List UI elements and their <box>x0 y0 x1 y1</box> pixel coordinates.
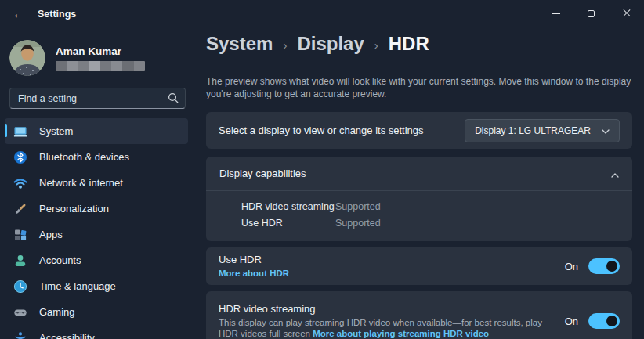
search-box <box>9 88 186 109</box>
minimize-icon <box>552 13 560 13</box>
maximize-icon <box>588 10 595 17</box>
sidebar-item-label: Apps <box>39 229 63 240</box>
sidebar-item-gaming[interactable]: Gaming <box>5 299 188 325</box>
close-icon <box>622 9 631 18</box>
apps-icon <box>13 228 27 242</box>
sidebar-item-label: System <box>39 125 73 137</box>
hdr-streaming-text: HDR video streaming This display can pla… <box>219 303 565 339</box>
sidebar-item-label: Accessibility <box>39 332 95 339</box>
time-language-icon <box>13 279 27 294</box>
sidebar-item-label: Gaming <box>39 306 75 318</box>
sidebar-item-accounts[interactable]: Accounts <box>5 247 188 273</box>
network-icon <box>13 176 27 190</box>
sidebar-item-personalization[interactable]: Personalization <box>5 196 188 222</box>
gaming-icon <box>13 305 27 319</box>
redacted-email <box>56 61 145 71</box>
breadcrumb: System › Display › HDR <box>206 33 429 55</box>
sidebar-item-time-language[interactable]: Time & language <box>5 273 188 299</box>
hdr-streaming-title: HDR video streaming <box>219 303 549 315</box>
display-selector-card: Select a display to view or change its s… <box>206 112 632 149</box>
toggle-knob <box>606 316 617 326</box>
breadcrumb-hdr: HDR <box>389 33 429 55</box>
use-hdr-text: Use HDR More about HDR <box>219 254 565 279</box>
app-title: Settings <box>38 9 76 20</box>
display-selector-value: Display 1: LG ULTRAGEAR <box>475 125 591 136</box>
sidebar-item-bluetooth-devices[interactable]: Bluetooth & devices <box>5 144 188 170</box>
titlebar: ← Settings <box>0 0 644 28</box>
chevron-up-icon <box>611 167 619 181</box>
profile-name: Aman Kumar <box>56 45 145 57</box>
personalization-icon <box>13 202 27 216</box>
capability-value: Supported <box>335 201 381 212</box>
search-icon[interactable] <box>168 92 179 106</box>
back-arrow-icon: ← <box>13 7 25 21</box>
avatar <box>9 40 45 76</box>
use-hdr-card: Use HDR More about HDR On <box>206 247 632 285</box>
display-capabilities-title: Display capabilities <box>219 168 611 179</box>
sidebar-item-label: Time & language <box>39 280 116 292</box>
accessibility-icon <box>13 331 27 339</box>
display-selector-label: Select a display to view or change its s… <box>219 124 465 136</box>
display-capabilities-card: Display capabilities HDR video streaming… <box>206 157 632 241</box>
capability-row: HDR video streaming Supported <box>206 198 632 215</box>
hdr-video-streaming-card: HDR video streaming This display can pla… <box>206 291 632 339</box>
display-selector-dropdown[interactable]: Display 1: LG ULTRAGEAR <box>465 119 620 142</box>
page-description: The preview shows what video will look l… <box>206 75 637 100</box>
hdr-streaming-state-label: On <box>565 316 578 327</box>
close-button[interactable] <box>609 0 644 27</box>
system-icon <box>13 124 27 139</box>
sidebar-item-label: Network & internet <box>39 177 123 189</box>
minimize-button[interactable] <box>538 0 573 27</box>
sidebar-item-label: Personalization <box>39 203 109 215</box>
search-input[interactable] <box>9 88 186 109</box>
chevron-right-icon: › <box>283 36 287 52</box>
accounts-icon <box>13 254 27 268</box>
more-about-streaming-hdr-link[interactable]: More about playing streaming HDR video <box>313 329 489 338</box>
bluetooth-icon <box>13 150 27 164</box>
sidebar-nav: System Bluetooth & devices Network & int… <box>5 118 188 339</box>
breadcrumb-system[interactable]: System <box>206 33 273 55</box>
use-hdr-toggle[interactable] <box>588 258 620 274</box>
breadcrumb-display[interactable]: Display <box>297 33 364 55</box>
toggle-knob <box>606 261 617 272</box>
capability-value: Supported <box>335 218 381 229</box>
use-hdr-state-label: On <box>565 261 578 272</box>
chevron-down-icon <box>602 125 610 136</box>
use-hdr-title: Use HDR <box>219 254 549 265</box>
sidebar-item-label: Bluetooth & devices <box>39 151 129 163</box>
maximize-button[interactable] <box>573 0 609 27</box>
capability-label: Use HDR <box>241 218 335 229</box>
display-capabilities-body: HDR video streaming Supported Use HDR Su… <box>206 191 632 231</box>
hdr-streaming-toggle[interactable] <box>588 313 620 329</box>
back-button[interactable]: ← <box>6 3 31 25</box>
capability-row: Use HDR Supported <box>206 215 632 231</box>
sidebar-item-apps[interactable]: Apps <box>5 222 188 247</box>
display-capabilities-header[interactable]: Display capabilities <box>206 157 632 191</box>
sidebar-item-system[interactable]: System <box>5 118 188 144</box>
window-controls <box>538 0 644 27</box>
hdr-streaming-description: This display can play streaming HDR vide… <box>219 317 549 339</box>
sidebar-item-accessibility[interactable]: Accessibility <box>5 325 188 339</box>
chevron-right-icon: › <box>374 36 378 52</box>
capability-label: HDR video streaming <box>241 201 335 212</box>
sidebar-item-label: Accounts <box>39 254 81 266</box>
more-about-hdr-link[interactable]: More about HDR <box>219 269 289 278</box>
user-profile[interactable]: Aman Kumar <box>9 40 186 76</box>
sidebar-item-network-internet[interactable]: Network & internet <box>5 170 188 196</box>
